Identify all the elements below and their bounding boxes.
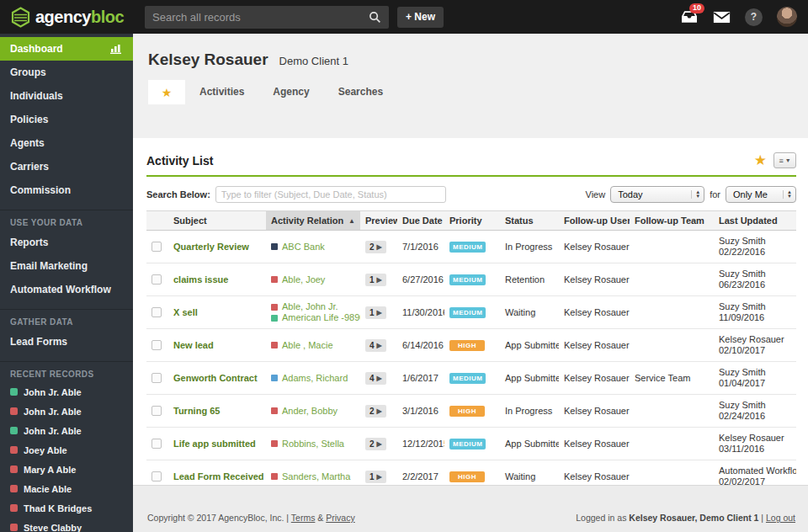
sidebar-item-commission[interactable]: Commission bbox=[0, 178, 133, 202]
user-avatar[interactable] bbox=[777, 7, 797, 27]
favorite-star-icon[interactable]: ★ bbox=[754, 152, 767, 169]
sidebar-item-dashboard-active[interactable]: Dashboard bbox=[0, 37, 133, 61]
column-header[interactable]: Subject bbox=[168, 211, 266, 231]
preview-badge[interactable]: 4▶ bbox=[365, 372, 386, 385]
priority-badge: HIGH bbox=[449, 340, 485, 351]
search-icon[interactable] bbox=[369, 11, 381, 24]
status-text: App Submitted bbox=[505, 340, 559, 350]
preview-badge[interactable]: 2▶ bbox=[365, 241, 386, 253]
sidebar-item-policies[interactable]: Policies bbox=[0, 108, 133, 131]
relation-link[interactable]: American Life -98908... bbox=[271, 312, 355, 323]
activity-subject-link[interactable]: Lead Form Received - ... bbox=[173, 471, 266, 481]
activity-subject-link[interactable]: Turning 65 bbox=[173, 406, 220, 416]
relation-link[interactable]: Ander, Bobby bbox=[271, 406, 355, 417]
global-search[interactable] bbox=[145, 6, 389, 29]
column-header[interactable]: ▲ Activity Relation bbox=[266, 211, 360, 231]
sidebar-item-email-marketing[interactable]: Email Marketing bbox=[0, 254, 133, 278]
preview-badge[interactable]: 1▶ bbox=[365, 274, 386, 286]
tab-searches[interactable]: Searches bbox=[324, 80, 397, 104]
sidebar-item-agents[interactable]: Agents bbox=[0, 131, 133, 155]
sidebar-item-individuals[interactable]: Individuals bbox=[0, 84, 133, 108]
activity-row: Turning 65 Ander, Bobby 2▶ 3/1/2016 HIGH… bbox=[146, 395, 796, 428]
row-checkbox[interactable] bbox=[152, 242, 162, 252]
activity-subject-link[interactable]: X sell bbox=[173, 307, 198, 317]
privacy-link[interactable]: Privacy bbox=[326, 513, 354, 523]
row-checkbox[interactable] bbox=[152, 439, 162, 449]
logout-link[interactable]: Log out bbox=[766, 513, 795, 523]
tab-favorites[interactable]: ★ bbox=[148, 80, 185, 104]
sidebar-item-groups[interactable]: Groups bbox=[0, 61, 133, 84]
last-updated-date: 02/22/2016 bbox=[719, 247, 791, 258]
preview-badge[interactable]: 2▶ bbox=[365, 438, 386, 450]
sidebar-item-automated-workflow[interactable]: Automated Workflow bbox=[0, 278, 133, 301]
activity-subject-link[interactable]: Genworth Contract bbox=[173, 373, 258, 383]
sidebar-item-carriers[interactable]: Carriers bbox=[0, 155, 133, 178]
due-date: 6/14/2016 bbox=[402, 340, 444, 350]
column-header[interactable]: Status bbox=[500, 211, 559, 231]
tab-activities[interactable]: Activities bbox=[185, 80, 258, 104]
column-header[interactable]: Follow-up Team bbox=[630, 211, 714, 231]
relation-link[interactable]: Sanders, Martha bbox=[271, 471, 355, 482]
column-header[interactable]: Preview bbox=[360, 211, 397, 231]
recent-record-item[interactable]: Joey Able bbox=[0, 440, 133, 460]
column-header[interactable]: Priority bbox=[444, 211, 500, 231]
row-checkbox[interactable] bbox=[152, 471, 162, 481]
recent-record-item[interactable]: Thad K Bridges bbox=[0, 498, 133, 518]
priority-badge: MEDIUM bbox=[449, 274, 486, 285]
preview-badge[interactable]: 4▶ bbox=[365, 339, 386, 352]
activity-row: Quarterly Review ABC Bank 2▶ 7/1/2016 ME… bbox=[146, 231, 796, 263]
global-search-input[interactable] bbox=[152, 11, 369, 24]
tab-agency[interactable]: Agency bbox=[258, 80, 323, 104]
recent-record-item[interactable]: Steve Clabby bbox=[0, 518, 133, 532]
status-text: Retention bbox=[505, 274, 545, 285]
preview-badge[interactable]: 2▶ bbox=[365, 405, 386, 418]
column-header[interactable]: Last Updated bbox=[714, 211, 796, 231]
relation-link[interactable]: Able , Macie bbox=[271, 340, 355, 351]
for-select[interactable]: Only Me ▲▼ bbox=[726, 186, 796, 203]
column-header[interactable]: Follow-up User bbox=[559, 211, 630, 231]
row-checkbox[interactable] bbox=[152, 307, 162, 317]
relation-link[interactable]: Robbins, Stella bbox=[271, 439, 355, 450]
activity-subject-link[interactable]: Life app submitted bbox=[173, 439, 256, 449]
column-header[interactable]: Due Date bbox=[397, 211, 444, 231]
filter-input[interactable] bbox=[215, 186, 446, 203]
expand-arrow-icon: ▶ bbox=[377, 375, 382, 382]
new-record-button[interactable]: + New bbox=[397, 7, 444, 28]
messages-button[interactable] bbox=[713, 11, 731, 24]
recent-record-item[interactable]: Macie Able bbox=[0, 479, 133, 498]
priority-badge: MEDIUM bbox=[449, 373, 486, 384]
row-checkbox[interactable] bbox=[152, 274, 162, 285]
status-text: In Progress bbox=[505, 406, 552, 416]
recent-record-item[interactable]: John Jr. Able bbox=[0, 402, 133, 421]
row-checkbox[interactable] bbox=[152, 373, 162, 383]
recent-record-item[interactable]: John Jr. Able bbox=[0, 382, 133, 402]
activity-subject-link[interactable]: Quarterly Review bbox=[173, 242, 249, 252]
page-title: Kelsey Rosauer bbox=[148, 51, 268, 69]
expand-arrow-icon: ▶ bbox=[377, 407, 382, 415]
preview-badge[interactable]: 1▶ bbox=[365, 306, 386, 319]
activity-subject-link[interactable]: claims issue bbox=[173, 274, 228, 285]
view-select[interactable]: Today ▲▼ bbox=[610, 186, 704, 203]
last-updated-by: Suzy Smith bbox=[719, 301, 791, 312]
notification-badge: 10 bbox=[689, 3, 704, 13]
recent-record-item[interactable]: Mary A Able bbox=[0, 460, 133, 479]
relation-link[interactable]: Able, Joey bbox=[271, 274, 355, 285]
notifications-button[interactable]: 10 bbox=[680, 9, 699, 24]
last-updated-by: Suzy Smith bbox=[719, 236, 791, 247]
sidebar-item-reports[interactable]: Reports bbox=[0, 231, 133, 254]
list-options-button[interactable]: ≡▼ bbox=[773, 152, 796, 168]
help-button[interactable]: ? bbox=[745, 8, 763, 26]
relation-link[interactable]: Able, John Jr. bbox=[271, 301, 355, 312]
row-checkbox[interactable] bbox=[152, 340, 162, 350]
sidebar-item-lead-forms[interactable]: Lead Forms bbox=[0, 330, 133, 354]
preview-badge[interactable]: 1▶ bbox=[365, 471, 386, 483]
agencybloc-logo[interactable]: agencybloc bbox=[0, 7, 133, 28]
activity-subject-link[interactable]: New lead bbox=[173, 340, 214, 350]
recent-record-item[interactable]: John Jr. Able bbox=[0, 421, 133, 440]
activity-relations: Ander, Bobby bbox=[266, 395, 360, 428]
relation-link[interactable]: ABC Bank bbox=[271, 242, 355, 253]
relation-link[interactable]: Adams, Richard bbox=[271, 373, 355, 384]
select-arrows-icon: ▲▼ bbox=[783, 190, 792, 199]
row-checkbox[interactable] bbox=[152, 406, 162, 416]
terms-link[interactable]: Terms bbox=[291, 513, 316, 523]
